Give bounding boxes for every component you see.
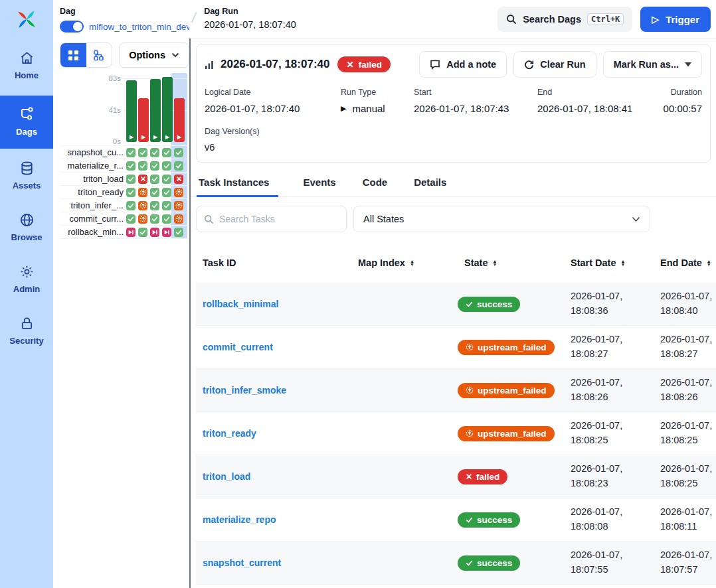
clear-run-button[interactable]: Clear Run [513, 51, 596, 78]
task-instance-success[interactable] [150, 148, 159, 157]
task-instance-success[interactable] [126, 175, 135, 184]
task-instance-success[interactable] [126, 148, 135, 157]
run-bar-success[interactable]: ▶ [150, 79, 161, 142]
sidebar-item-home[interactable]: Home [0, 42, 53, 90]
task-instance-success[interactable] [162, 175, 171, 184]
add-note-button[interactable]: Add a note [419, 51, 507, 78]
task-instance-success[interactable] [174, 228, 183, 237]
grid-task-label[interactable]: triton_ready [60, 187, 124, 197]
task-instance-upstream_failed[interactable] [174, 188, 183, 197]
sidebar-item-security[interactable]: Security [0, 307, 53, 356]
state-badge-upstream_failed: upstream_failed [458, 383, 555, 398]
task-instance-success[interactable] [150, 201, 159, 210]
task-instance-upstream_failed[interactable] [174, 201, 183, 210]
task-id-link[interactable]: triton_load [203, 471, 250, 482]
sidebar-item-dags[interactable]: Dags [0, 96, 53, 149]
task-instance-upstream_failed[interactable] [138, 201, 147, 210]
task-instance-failed[interactable] [174, 175, 183, 184]
task-id-link[interactable]: triton_infer_smoke [203, 385, 286, 396]
task-instance-success[interactable] [162, 161, 171, 171]
check-icon [139, 163, 146, 169]
upstream-failed-icon [139, 202, 147, 209]
task-id-link[interactable]: triton_ready [203, 428, 256, 439]
grid-task-label[interactable]: commit_curr... [60, 214, 124, 224]
sort-icon[interactable]: ▲▼ [707, 259, 711, 267]
dag-name-link[interactable]: mlflow_to_triton_min_dev [89, 22, 189, 32]
task-instance-success[interactable] [126, 161, 135, 171]
task-instance-success[interactable] [162, 201, 171, 210]
column-header-end-date[interactable]: End Date▲▼ [660, 257, 716, 268]
column-header-start-date[interactable]: Start Date▲▼ [571, 257, 660, 268]
sort-icon[interactable]: ▲▼ [621, 259, 626, 267]
sort-icon[interactable]: ▲▼ [492, 259, 497, 267]
check-icon [163, 163, 170, 169]
tab-details[interactable]: Details [412, 172, 448, 197]
upstream-failed-icon [466, 429, 474, 437]
column-header-state[interactable]: State▲▼ [438, 257, 571, 268]
grid-task-label[interactable]: materialize_r... [60, 161, 124, 171]
airflow-logo[interactable] [0, 0, 53, 38]
check-icon [128, 163, 134, 169]
tab-task-instances[interactable]: Task Instances [197, 172, 278, 197]
sort-icon[interactable]: ▲▼ [410, 259, 414, 267]
run-bar-success[interactable]: ▶ [162, 77, 173, 142]
task-instance-success[interactable] [150, 175, 159, 184]
task-instance-skipped[interactable] [150, 228, 159, 237]
assets-icon [19, 161, 35, 176]
task-instance-upstream_failed[interactable] [138, 188, 147, 197]
run-bar-failed[interactable]: ▶ [174, 98, 185, 142]
graph-view-button[interactable] [86, 43, 112, 67]
task-instance-upstream_failed[interactable] [174, 214, 183, 224]
check-icon [128, 149, 134, 156]
grid-task-label[interactable]: triton_infer_... [60, 200, 124, 210]
task-instance-success[interactable] [126, 201, 135, 210]
task-instance-success[interactable] [162, 214, 171, 224]
task-instance-success[interactable] [150, 188, 159, 197]
task-instance-skipped[interactable] [126, 228, 135, 237]
grid-task-row: triton_infer_... [60, 199, 189, 212]
grid-task-label[interactable]: triton_load [60, 174, 124, 184]
detail-tabs: Task InstancesEventsCodeDetails [191, 172, 716, 197]
task-id-link[interactable]: commit_current [203, 342, 273, 352]
task-id-link[interactable]: snapshot_current [203, 557, 281, 568]
table-header-row: Task IDMap Index▲▼State▲▼Start Date▲▼End… [196, 243, 716, 283]
trigger-button[interactable]: ▷ Trigger [640, 7, 711, 32]
run-bar-failed[interactable]: ▶ [138, 98, 149, 142]
mark-run-as-button[interactable]: Mark Run as... [603, 51, 702, 78]
task-instance-failed[interactable] [138, 175, 147, 184]
task-instance-success[interactable] [138, 228, 147, 237]
task-instance-success[interactable] [126, 188, 135, 197]
task-id-link[interactable]: materialize_repo [203, 514, 276, 525]
task-instance-success[interactable] [174, 148, 183, 157]
sidebar-item-assets[interactable]: Assets [0, 152, 53, 200]
grid-task-label[interactable]: snapshot_cu... [60, 147, 124, 157]
airflow-pinwheel-icon [16, 9, 37, 30]
play-icon: ▶ [150, 134, 161, 141]
grid-task-label[interactable]: rollback_min... [60, 227, 124, 237]
task-instance-success[interactable] [126, 214, 135, 224]
grid-view-button[interactable] [60, 43, 86, 67]
search-tasks-input[interactable] [219, 214, 325, 224]
tab-events[interactable]: Events [301, 172, 337, 197]
task-instance-upstream_failed[interactable] [138, 214, 147, 224]
task-instance-success[interactable] [150, 161, 159, 171]
run-bar-success[interactable]: ▶ [126, 80, 137, 142]
task-instance-success[interactable] [150, 214, 159, 224]
task-instance-success[interactable] [162, 148, 171, 157]
task-id-link[interactable]: rollback_minimal [203, 299, 278, 309]
sidebar-item-admin[interactable]: Admin [0, 256, 53, 304]
dag-pause-toggle[interactable] [60, 21, 84, 33]
state-filter-select[interactable]: All States [353, 206, 650, 232]
app-window: HomeDagsAssetsBrowseAdminSecurity Dag ml… [0, 0, 716, 588]
search-dags-button[interactable]: Search Dags Ctrl+K [497, 7, 632, 32]
task-instance-success[interactable] [162, 188, 171, 197]
options-button[interactable]: Options [119, 42, 189, 68]
column-header-map-index[interactable]: Map Index▲▼ [358, 257, 438, 268]
search-icon [204, 214, 214, 224]
sidebar-item-browse[interactable]: Browse [0, 204, 53, 252]
task-instance-success[interactable] [138, 148, 147, 157]
task-instance-success[interactable] [138, 161, 147, 171]
task-instance-success[interactable] [174, 161, 183, 171]
tab-code[interactable]: Code [361, 172, 390, 197]
task-instance-skipped[interactable] [162, 228, 171, 237]
